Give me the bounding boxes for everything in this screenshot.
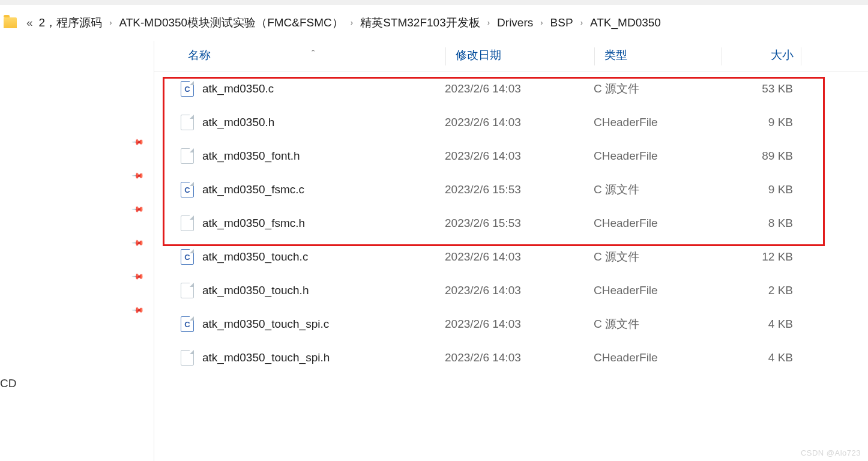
file-name: atk_md0350_font.h bbox=[202, 149, 445, 163]
file-name: atk_md0350_touch_spi.h bbox=[202, 351, 445, 364]
watermark: CSDN @Alo723 bbox=[801, 448, 861, 457]
file-name: atk_md0350_touch.h bbox=[202, 284, 445, 297]
column-header-name[interactable]: 名称 ⌃ bbox=[154, 47, 446, 65]
c-file-icon bbox=[181, 182, 194, 197]
breadcrumb-item[interactable]: 精英STM32F103开发板 bbox=[360, 15, 480, 31]
file-row[interactable]: atk_md0350_touch_spi.c2023/2/6 14:03C 源文… bbox=[154, 307, 868, 341]
file-row[interactable]: atk_md0350_fsmc.h2023/2/6 15:53CHeaderFi… bbox=[154, 206, 868, 240]
file-size: 8 KB bbox=[721, 217, 800, 230]
file-name: atk_md0350_fsmc.c bbox=[202, 183, 445, 196]
file-row[interactable]: atk_md0350_touch.h2023/2/6 14:03CHeaderF… bbox=[154, 274, 868, 307]
pin-icon: 📌 bbox=[131, 270, 145, 283]
file-row[interactable]: atk_md0350.h2023/2/6 14:03CHeaderFile9 K… bbox=[154, 106, 868, 139]
file-size: 4 KB bbox=[721, 351, 800, 364]
file-row[interactable]: atk_md0350_font.h2023/2/6 14:03CHeaderFi… bbox=[154, 139, 868, 173]
file-rows: atk_md0350.c2023/2/6 14:03C 源文件53 KBatk_… bbox=[154, 72, 868, 375]
breadcrumb-item[interactable]: ATK-MD0350模块测试实验（FMC&FSMC） bbox=[119, 15, 343, 31]
file-type: CHeaderFile bbox=[594, 351, 721, 364]
chevron-right-icon: › bbox=[537, 18, 546, 27]
chevron-right-icon: › bbox=[347, 18, 357, 27]
breadcrumb-overflow-icon[interactable]: « bbox=[24, 16, 35, 29]
file-date: 2023/2/6 14:03 bbox=[445, 82, 594, 95]
file-date: 2023/2/6 14:03 bbox=[445, 116, 594, 129]
file-name: atk_md0350_fsmc.h bbox=[202, 217, 445, 230]
file-name: atk_md0350.h bbox=[202, 116, 445, 129]
nav-pane[interactable]: 📌 📌 📌 📌 📌 📌 CD bbox=[0, 41, 154, 461]
file-type: CHeaderFile bbox=[594, 217, 721, 230]
file-name: atk_md0350_touch.c bbox=[202, 250, 445, 264]
file-size: 9 KB bbox=[721, 116, 800, 129]
file-date: 2023/2/6 14:03 bbox=[445, 250, 594, 264]
column-header-label: 名称 bbox=[188, 49, 211, 61]
breadcrumb-item[interactable]: ATK_MD0350 bbox=[590, 16, 661, 29]
breadcrumb[interactable]: « 2，程序源码 › ATK-MD0350模块测试实验（FMC&FSMC） › … bbox=[0, 5, 868, 41]
pin-icon: 📌 bbox=[131, 169, 145, 182]
file-type: C 源文件 bbox=[594, 316, 721, 332]
file-type: CHeaderFile bbox=[594, 149, 721, 163]
file-row[interactable]: atk_md0350_touch_spi.h2023/2/6 14:03CHea… bbox=[154, 341, 868, 375]
file-size: 4 KB bbox=[721, 318, 800, 331]
file-size: 2 KB bbox=[721, 284, 800, 297]
file-size: 89 KB bbox=[721, 149, 800, 163]
file-size: 12 KB bbox=[721, 250, 800, 264]
file-size: 53 KB bbox=[721, 82, 800, 95]
folder-icon bbox=[4, 17, 17, 28]
file-type: C 源文件 bbox=[594, 249, 721, 265]
file-date: 2023/2/6 14:03 bbox=[445, 284, 594, 297]
breadcrumb-item[interactable]: 2，程序源码 bbox=[39, 15, 103, 31]
file-type: CHeaderFile bbox=[594, 116, 721, 129]
pin-icon: 📌 bbox=[131, 236, 145, 250]
column-header-size[interactable]: 大小 bbox=[722, 47, 801, 65]
c-file-icon bbox=[181, 316, 194, 332]
c-file-icon bbox=[181, 249, 194, 265]
file-type: C 源文件 bbox=[594, 81, 721, 97]
file-row[interactable]: atk_md0350.c2023/2/6 14:03C 源文件53 KB bbox=[154, 72, 868, 106]
file-date: 2023/2/6 15:53 bbox=[445, 183, 594, 196]
c-file-icon bbox=[181, 81, 194, 97]
file-row[interactable]: atk_md0350_fsmc.c2023/2/6 15:53C 源文件9 KB bbox=[154, 173, 868, 206]
breadcrumb-item[interactable]: BSP bbox=[550, 16, 573, 29]
chevron-right-icon: › bbox=[577, 18, 586, 27]
sort-asc-icon: ⌃ bbox=[310, 49, 316, 56]
file-name: atk_md0350_touch_spi.c bbox=[202, 318, 445, 331]
file-size: 9 KB bbox=[721, 183, 800, 196]
file-date: 2023/2/6 14:03 bbox=[445, 351, 594, 364]
pin-icon: 📌 bbox=[131, 202, 145, 216]
h-file-icon bbox=[181, 215, 194, 231]
breadcrumb-item[interactable]: Drivers bbox=[497, 16, 533, 29]
file-date: 2023/2/6 14:03 bbox=[445, 149, 594, 163]
chevron-right-icon: › bbox=[484, 18, 493, 27]
column-header-date[interactable]: 修改日期 bbox=[446, 47, 595, 65]
pin-icon: 📌 bbox=[131, 303, 145, 317]
column-headers[interactable]: 名称 ⌃ 修改日期 类型 大小 bbox=[154, 41, 868, 72]
file-list-pane: 名称 ⌃ 修改日期 类型 大小 atk_md0350.c2023/2/6 14:… bbox=[154, 41, 868, 461]
file-date: 2023/2/6 15:53 bbox=[445, 217, 594, 230]
window-toolbar bbox=[0, 0, 868, 5]
column-header-type[interactable]: 类型 bbox=[595, 47, 722, 65]
chevron-right-icon: › bbox=[106, 18, 115, 27]
file-date: 2023/2/6 14:03 bbox=[445, 318, 594, 331]
nav-item-label[interactable]: CD bbox=[0, 377, 16, 390]
h-file-icon bbox=[181, 115, 194, 130]
file-row[interactable]: atk_md0350_touch.c2023/2/6 14:03C 源文件12 … bbox=[154, 240, 868, 274]
file-type: C 源文件 bbox=[594, 182, 721, 197]
file-type: CHeaderFile bbox=[594, 284, 721, 297]
h-file-icon bbox=[181, 350, 194, 366]
h-file-icon bbox=[181, 283, 194, 298]
pin-icon: 📌 bbox=[131, 135, 145, 149]
file-name: atk_md0350.c bbox=[202, 82, 445, 95]
h-file-icon bbox=[181, 148, 194, 164]
